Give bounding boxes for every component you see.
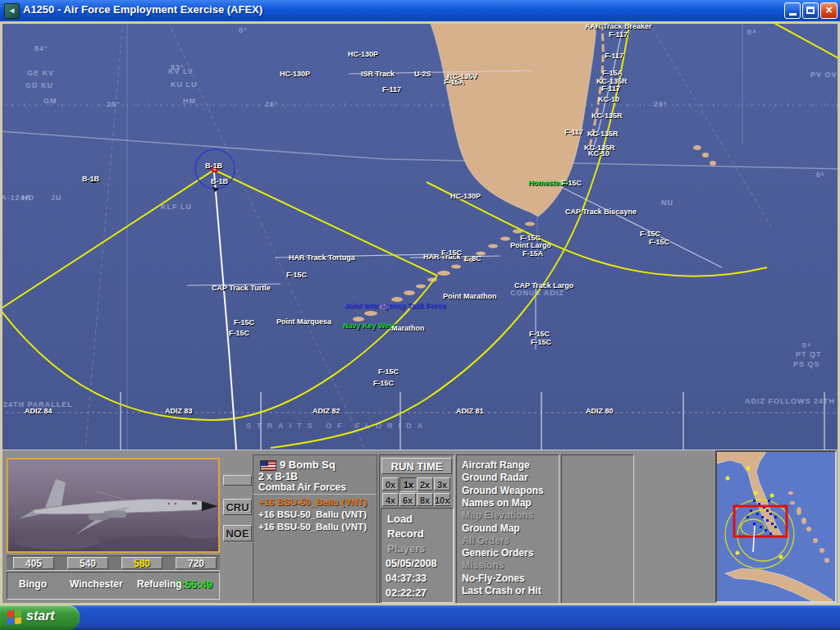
map-label-f-15c[interactable]: F-15C: [561, 179, 582, 187]
runtime-speed-8x[interactable]: 8x: [417, 493, 433, 506]
fuel-label-bingo: Bingo: [19, 578, 47, 590]
order-item-ground-map[interactable]: Ground Map: [462, 523, 520, 534]
map-label-e-8c[interactable]: E-8C: [464, 254, 482, 262]
fuel-status-bar: 7:55:49 BingoWinchesterRefueling: [7, 572, 220, 600]
maximize-button[interactable]: [802, 2, 819, 19]
map-grid-label: HM: [183, 97, 196, 105]
order-item-aircraft-range[interactable]: Aircraft Range: [462, 459, 530, 471]
map-label-kc-135r[interactable]: KC-135R: [591, 112, 623, 120]
map-label-b-1b[interactable]: B-1B: [82, 175, 99, 183]
map-label-hc-130p[interactable]: HC-130P: [348, 50, 378, 58]
adiz-boundaries: [121, 392, 824, 450]
map-grid-label: 26°: [265, 100, 279, 108]
order-item-names-on-map[interactable]: Names on Map: [462, 497, 532, 509]
map-label-f-15c[interactable]: F-15C: [649, 238, 669, 246]
close-button[interactable]: ×: [820, 2, 838, 19]
order-item-last-crash-or-hit[interactable]: Last Crash or Hit: [462, 585, 541, 596]
start-button[interactable]: start: [0, 605, 80, 630]
map-label-adiz-82: ADIZ 82: [313, 407, 340, 415]
runtime-speed-6x[interactable]: 6x: [399, 493, 416, 506]
map-label-marathon: Marathon: [391, 324, 425, 332]
titlebar[interactable]: ◄ A1250 - Air Force Employment Exercise …: [0, 0, 840, 21]
map-grid-label: KLF LU: [161, 203, 192, 211]
map-label-f-15a[interactable]: F-15A: [444, 78, 464, 86]
frame-left: [0, 21, 2, 603]
map-grid-label: 0⁵: [816, 171, 825, 179]
runtime-record-button[interactable]: Record: [387, 527, 424, 540]
map-grid-label: NU: [661, 199, 673, 207]
map-label-f-15c[interactable]: F-15C: [373, 379, 394, 387]
speed-button-720[interactable]: 720: [176, 557, 217, 569]
map-label-u-2s[interactable]: U-2S: [414, 70, 431, 78]
speed-button-580[interactable]: 580: [121, 557, 162, 569]
map-grid-label: 0⁷: [239, 26, 248, 34]
runtime-speed-10x[interactable]: 10x: [434, 493, 450, 506]
map-label-f-117[interactable]: F-117: [382, 85, 401, 94]
map-label-adiz-83: ADIZ 83: [165, 407, 193, 415]
map-label-b-1b[interactable]: B-1B: [205, 162, 222, 170]
map-label-f-15c[interactable]: F-15C: [234, 318, 254, 326]
map-label-kc-10[interactable]: KC-10: [588, 149, 609, 158]
map-label-navy-key-west: Navy Key West: [343, 322, 395, 330]
tactical-map[interactable]: AAR Track BreakerF-117F-117F-15AKC-135RF…: [0, 21, 840, 450]
minimap[interactable]: [715, 450, 837, 603]
map-label-f-15c[interactable]: F-15C: [286, 271, 307, 279]
selected-unit-marker[interactable]: [92, 149, 235, 192]
map-label-kc-135r[interactable]: KC-135R: [587, 130, 619, 138]
weapon-line[interactable]: +16 BSU-50_Ballu (VNT): [258, 497, 367, 507]
afex-window: ◄ A1250 - Air Force Employment Exercise …: [0, 0, 840, 630]
map-grid-label: PT QT: [796, 350, 822, 358]
runtime-speed-4x[interactable]: 4x: [382, 493, 399, 506]
map-grid-label: KV LV: [168, 67, 194, 75]
range-fan: [0, 21, 840, 448]
map-grid-label: JU: [51, 194, 62, 202]
map-label-f-15c[interactable]: F-15C: [378, 368, 399, 376]
map-label-f-15a[interactable]: F-15A: [523, 249, 543, 258]
map-label-f-117[interactable]: F-117: [601, 84, 620, 93]
map-label-f-15c[interactable]: F-15C: [441, 249, 462, 257]
map-label-f-117[interactable]: F-117: [609, 30, 628, 39]
order-item-generic-orders[interactable]: Generic Orders: [462, 547, 533, 559]
minimize-button[interactable]: [784, 2, 801, 19]
runtime-speed-2x[interactable]: 2x: [417, 477, 433, 491]
map-label-kc-10[interactable]: KC-10: [598, 95, 619, 103]
speed-button-405[interactable]: 405: [13, 557, 54, 569]
runtime-load-button[interactable]: Load: [387, 513, 413, 525]
unit-header: 9 Bomb Sq 2 x B-1B Combat Air Forces: [253, 455, 377, 495]
map-label-cap-track-biscayne: CAP Track Biscayne: [565, 208, 637, 216]
weapon-line[interactable]: +16 BSU-50_Ballu (VNT): [258, 509, 367, 519]
map-label-f-117[interactable]: F-117: [564, 128, 583, 136]
runtime-speed-0x[interactable]: 0x: [382, 477, 399, 491]
map-label-f-15a[interactable]: F-15A: [602, 69, 623, 77]
weapons-list: +16 BSU-50_Ballu (VNT)+16 BSU-50_Ballu (…: [253, 495, 377, 537]
map-label-f-15c[interactable]: F-15C: [529, 330, 550, 338]
start-label: start: [26, 609, 55, 623]
weapon-line[interactable]: +16 BSU-50_Ballu (VNT): [258, 522, 367, 532]
mode-button-noe[interactable]: NOE: [223, 525, 252, 541]
mode-button-cru[interactable]: CRU: [223, 499, 252, 515]
runtime-speed-1x[interactable]: 1x: [399, 477, 418, 492]
map-label-f-15c[interactable]: F-15C: [531, 338, 551, 346]
map-label-point-marquesa: Point Marquesa: [276, 317, 331, 326]
order-item-all-orders: All Orders: [462, 535, 509, 546]
map-grid-label: 24TH PARALLEL: [3, 400, 73, 409]
maximize-icon: [806, 7, 815, 14]
runtime-remaining: 02:22:27: [386, 587, 427, 599]
map-label-hc-130p[interactable]: HC-130P: [280, 70, 310, 78]
map-grid-label: GM: [43, 97, 57, 105]
map-label-f-15c[interactable]: F-15C: [229, 329, 249, 337]
runtime-speed-3x[interactable]: 3x: [434, 477, 450, 491]
map-label-har-track-tortuga: HAR Track Tortuga: [289, 253, 355, 262]
fuel-label-refueling: Refueling: [137, 578, 182, 590]
speed-button-540[interactable]: 540: [67, 557, 108, 569]
map-label-hc-130p[interactable]: HC-130P: [450, 192, 481, 200]
order-item-no-fly-zones[interactable]: No-Fly-Zones: [462, 573, 525, 584]
empty-panel: [561, 454, 634, 604]
order-item-ground-weapons[interactable]: Ground Weapons: [462, 485, 544, 496]
runtime-elapsed: 04:37:33: [386, 573, 427, 584]
minimize-icon: [789, 13, 797, 16]
map-label-f-117[interactable]: F-117: [605, 52, 623, 60]
order-item-ground-radar[interactable]: Ground Radar: [462, 472, 528, 483]
map-label-b-1b[interactable]: B-1B: [211, 177, 228, 185]
map-label-f-15c[interactable]: F-15C: [640, 230, 660, 238]
